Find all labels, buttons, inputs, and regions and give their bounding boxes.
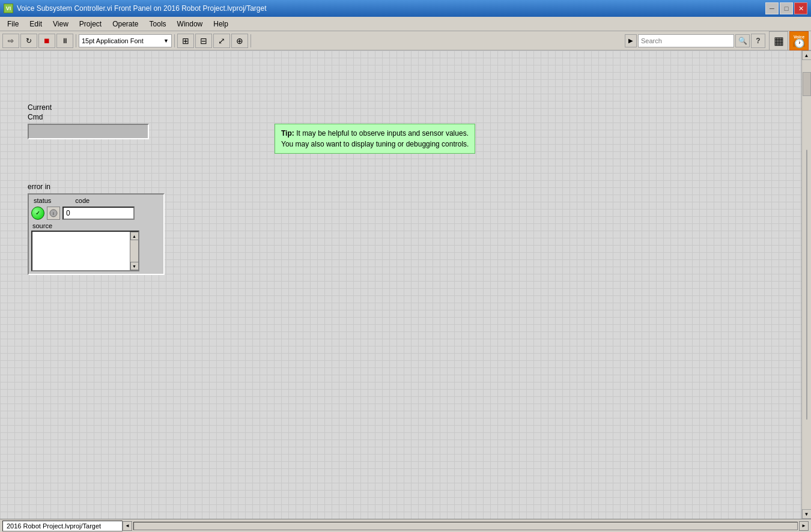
title-bar-left: VI Voice Subsystem Controller.vi Front P… — [4, 4, 267, 13]
maximize-button[interactable]: □ — [780, 2, 793, 14]
align-objects-button[interactable]: ⊞ — [177, 34, 194, 48]
error-cluster: error in status code i 0 — [28, 183, 165, 275]
menu-edit[interactable]: Edit — [25, 19, 47, 29]
window-title: Voice Subsystem Controller.vi Front Pane… — [17, 4, 267, 13]
scroll-track — [802, 60, 812, 509]
code-icon: i — [47, 207, 60, 220]
help-button[interactable]: ? — [751, 34, 765, 48]
run-continuous-button[interactable]: ↻ — [20, 34, 37, 48]
status-project-label: 2016 Robot Project.lvproj/Target — [2, 521, 123, 531]
app-icon: VI — [4, 4, 13, 13]
font-selector-value: 15pt Application Font — [82, 37, 144, 44]
source-scrollbar: ▲ ▼ — [130, 232, 138, 270]
toolbar: ⇨ ↻ ⏹ ⏸ 15pt Application Font ▼ ⊞ ⊟ ⤢ ⊕ … — [0, 31, 811, 50]
tip-line2: You may also want to display tuning or d… — [281, 140, 469, 148]
menu-file[interactable]: File — [2, 19, 23, 29]
source-box[interactable]: ▲ ▼ — [31, 231, 139, 271]
status-bar: 2016 Robot Project.lvproj/Target ◄ ► — [0, 519, 811, 532]
pause-button[interactable]: ⏸ — [56, 34, 73, 48]
svg-text:i: i — [53, 211, 54, 216]
close-button[interactable]: ✕ — [794, 2, 807, 14]
title-bar: VI Voice Subsystem Controller.vi Front P… — [0, 0, 811, 17]
grid-view-icon[interactable]: ▦ — [769, 31, 788, 50]
font-selector-arrow: ▼ — [163, 38, 169, 44]
current-cmd-input[interactable] — [28, 124, 149, 139]
menu-project[interactable]: Project — [74, 19, 106, 29]
status-scroll-left-button[interactable]: ◄ — [123, 521, 132, 531]
source-label: source — [31, 222, 161, 229]
menu-tools[interactable]: Tools — [145, 19, 171, 29]
search-nav-button[interactable]: ▶ — [625, 34, 637, 47]
source-scroll-down-button[interactable]: ▼ — [130, 262, 139, 270]
main-area: CurrentCmd Tip: It may be helpful to obs… — [0, 50, 811, 519]
tip-box: Tip: It may be helpful to observe inputs… — [275, 124, 475, 154]
error-cluster-box: status code i 0 source — [28, 193, 165, 275]
search-icon-button[interactable]: 🔍 — [735, 34, 750, 47]
status-led[interactable] — [31, 207, 44, 220]
resize-button[interactable]: ⤢ — [213, 34, 230, 48]
voice-icon[interactable]: Voice 🕐 — [789, 31, 809, 50]
distribute-objects-button[interactable]: ⊟ — [195, 34, 212, 48]
status-scroll-track[interactable] — [133, 522, 798, 530]
title-bar-controls: ─ □ ✕ — [765, 2, 807, 14]
app-icon-text: VI — [6, 5, 11, 11]
minimize-button[interactable]: ─ — [765, 2, 779, 14]
separator-2 — [174, 34, 175, 47]
status-column-label: status — [34, 197, 51, 204]
menu-bar: File Edit View Project Operate Tools Win… — [0, 17, 811, 31]
search-input[interactable] — [638, 34, 734, 47]
search-area: ▶ 🔍 ? — [625, 34, 765, 48]
tip-line1: It may be helpful to observe inputs and … — [296, 129, 469, 138]
menu-help[interactable]: Help — [208, 19, 233, 29]
tip-prefix: Tip: — [281, 129, 294, 138]
snap-button[interactable]: ⊕ — [231, 34, 248, 48]
scroll-down-button[interactable]: ▼ — [802, 509, 812, 519]
error-in-label: error in — [28, 183, 165, 191]
code-column-label: code — [75, 197, 90, 204]
canvas-area[interactable]: CurrentCmd Tip: It may be helpful to obs… — [0, 50, 801, 519]
abort-button[interactable]: ⏹ — [38, 34, 55, 48]
right-panel-icons: ▦ Voice 🕐 — [769, 31, 809, 50]
error-cluster-row: i 0 — [31, 207, 161, 220]
menu-operate[interactable]: Operate — [108, 19, 143, 29]
current-cmd-label: CurrentCmd — [28, 103, 52, 122]
source-scroll-up-button[interactable]: ▲ — [130, 232, 139, 240]
menu-view[interactable]: View — [48, 19, 73, 29]
code-display[interactable]: 0 — [62, 207, 135, 220]
right-scrollbar: ▲ ▼ — [801, 50, 811, 519]
code-value: 0 — [66, 209, 70, 217]
scroll-up-button[interactable]: ▲ — [802, 50, 812, 60]
error-cluster-header: status code — [31, 197, 161, 204]
font-selector[interactable]: 15pt Application Font ▼ — [79, 34, 172, 47]
status-scroll-right-button[interactable]: ► — [799, 521, 809, 531]
scroll-thumb[interactable] — [803, 72, 811, 96]
current-cmd-text: CurrentCmd — [28, 103, 52, 121]
run-button[interactable]: ⇨ — [2, 34, 19, 48]
scroll-line — [806, 150, 807, 420]
menu-window[interactable]: Window — [172, 19, 208, 29]
separator-3 — [251, 34, 251, 47]
separator-1 — [76, 34, 76, 47]
